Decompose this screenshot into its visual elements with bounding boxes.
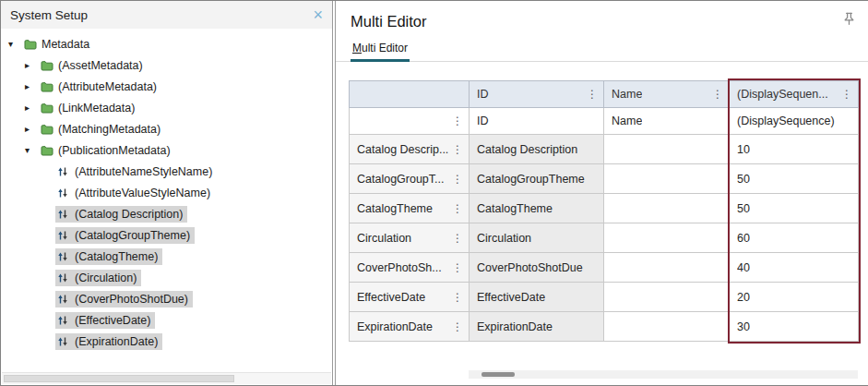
tree-selection-highlight: (CatalogGroupTheme) bbox=[55, 227, 195, 244]
row-header-cell[interactable]: ExpirationDate⋮ bbox=[350, 312, 470, 342]
display-sequence-cell[interactable]: 40 bbox=[730, 253, 859, 283]
name-cell[interactable] bbox=[604, 194, 730, 223]
tree-item-catalogtheme[interactable]: (CatalogTheme) bbox=[1, 246, 332, 267]
expand-arrow-icon[interactable]: ▸ bbox=[25, 60, 39, 70]
cell-menu-icon[interactable]: ⋮ bbox=[448, 115, 463, 127]
display-sequence-cell[interactable]: 50 bbox=[730, 164, 859, 194]
row-header-cell[interactable]: CoverPhotoSh...⋮ bbox=[350, 253, 470, 283]
tree-item-label: (MatchingMetadata) bbox=[58, 123, 161, 136]
cell-text: 50 bbox=[737, 173, 750, 186]
pin-icon[interactable] bbox=[842, 12, 856, 30]
id-cell[interactable]: Catalog Description bbox=[470, 135, 604, 164]
cell-menu-icon[interactable]: ⋮ bbox=[448, 292, 463, 303]
tree-item-cataloggrouptheme[interactable]: (CatalogGroupTheme) bbox=[1, 224, 332, 246]
name-cell[interactable] bbox=[604, 223, 730, 253]
tree-item-metadata[interactable]: ▾Metadata bbox=[1, 33, 332, 54]
panel-title: System Setup bbox=[10, 8, 88, 22]
grid-horizontal-scrollbar[interactable] bbox=[469, 370, 858, 379]
tree-item-content: (AttributeValueStyleName) bbox=[55, 185, 215, 201]
cell-text: 20 bbox=[737, 291, 750, 304]
table-row-circulation: Circulation⋮Circulation60 bbox=[350, 223, 859, 253]
grid-scrollbar-thumb[interactable] bbox=[482, 372, 515, 377]
cell-menu-icon[interactable]: ⋮ bbox=[448, 174, 463, 185]
display-sequence-cell[interactable]: 60 bbox=[730, 223, 859, 253]
expand-arrow-icon[interactable]: ▸ bbox=[25, 124, 39, 134]
close-icon[interactable]: × bbox=[311, 6, 325, 23]
tree-item-expirationdate[interactable]: (ExpirationDate) bbox=[1, 331, 332, 352]
tree-item-matchingmetadata[interactable]: ▸(MatchingMetadata) bbox=[1, 118, 332, 139]
table-row-effectivedate: EffectiveDate⋮EffectiveDate20 bbox=[350, 283, 859, 312]
cell-text: ExpirationDate bbox=[477, 320, 553, 333]
expand-arrow-icon[interactable]: ▸ bbox=[25, 81, 39, 91]
display-sequence-cell[interactable]: 30 bbox=[730, 312, 859, 342]
tree-item-attributemetadata[interactable]: ▸(AttributeMetadata) bbox=[1, 76, 332, 97]
tree-item-content: (PublicationMetadata) bbox=[39, 142, 175, 159]
tree-selection-highlight: (ExpirationDate) bbox=[55, 333, 162, 350]
id-cell[interactable]: CatalogTheme bbox=[470, 194, 604, 223]
tree-item-content: Metadata bbox=[22, 36, 94, 53]
cell-text: Catalog Description bbox=[477, 143, 577, 156]
cell-menu-icon[interactable]: ⋮ bbox=[448, 203, 463, 214]
row-header-cell[interactable]: Catalog Descrip...⋮ bbox=[350, 135, 470, 164]
tree-item-label: (CatalogGroupTheme) bbox=[75, 229, 190, 242]
tree-item-linkmetadata[interactable]: ▸(LinkMetadata) bbox=[1, 97, 332, 118]
tab-bar: Multi Editor bbox=[336, 39, 868, 62]
tab-label: Multi Editor bbox=[352, 42, 408, 54]
tree-item-coverphotoshotdue[interactable]: (CoverPhotoShotDue) bbox=[1, 288, 332, 309]
cell-menu-icon[interactable]: ⋮ bbox=[448, 321, 463, 332]
name-cell[interactable] bbox=[604, 164, 730, 194]
cell-text: ID bbox=[477, 115, 489, 127]
tree-scrollbar-thumb[interactable] bbox=[4, 375, 234, 382]
column-header-display-sequence[interactable]: (DisplaySequen...⋮ bbox=[730, 81, 859, 108]
tree-item-catalog-description[interactable]: (Catalog Description) bbox=[1, 203, 332, 224]
cell-menu-icon[interactable]: ⋮ bbox=[448, 262, 463, 273]
cell-menu-icon[interactable]: ⋮ bbox=[838, 89, 852, 100]
collapse-arrow-icon[interactable]: ▾ bbox=[25, 145, 39, 155]
tree-item-effectivedate[interactable]: (EffectiveDate) bbox=[1, 309, 332, 331]
id-cell[interactable]: EffectiveDate bbox=[470, 283, 604, 312]
column-header-id[interactable]: ID⋮ bbox=[470, 81, 604, 108]
display-sequence-cell[interactable]: 10 bbox=[730, 135, 859, 164]
id-cell[interactable]: CatalogGroupTheme bbox=[470, 164, 604, 194]
field-row-header-cell[interactable]: ⋮ bbox=[350, 108, 470, 135]
tree-item-assetmetadata[interactable]: ▸(AssetMetadata) bbox=[1, 54, 332, 76]
row-header-cell[interactable]: CatalogTheme⋮ bbox=[350, 194, 470, 223]
name-cell[interactable] bbox=[604, 283, 730, 312]
name-cell[interactable] bbox=[604, 312, 730, 342]
collapse-arrow-icon[interactable]: ▾ bbox=[8, 39, 22, 49]
column-header-name[interactable]: Name⋮ bbox=[604, 81, 730, 108]
row-header-cell[interactable]: CatalogGroupT...⋮ bbox=[350, 164, 470, 194]
field-name-name: Name bbox=[604, 108, 730, 135]
cell-text: CatalogTheme bbox=[477, 202, 553, 215]
tree-item-label: (ExpirationDate) bbox=[75, 335, 158, 348]
tab-multi-editor[interactable]: Multi Editor bbox=[351, 39, 410, 62]
cell-menu-icon[interactable]: ⋮ bbox=[448, 233, 463, 244]
display-sequence-cell[interactable]: 20 bbox=[730, 283, 859, 312]
cell-menu-icon[interactable]: ⋮ bbox=[708, 89, 723, 100]
folder-icon bbox=[24, 39, 37, 50]
folder-icon bbox=[41, 60, 54, 71]
row-header-cell[interactable]: EffectiveDate⋮ bbox=[350, 283, 470, 312]
tree-item-label: (AttributeMetadata) bbox=[58, 80, 157, 93]
id-cell[interactable]: ExpirationDate bbox=[470, 312, 604, 342]
cell-menu-icon[interactable]: ⋮ bbox=[583, 89, 598, 100]
tree-item-label: Metadata bbox=[42, 38, 89, 51]
name-cell[interactable] bbox=[604, 253, 730, 283]
folder-icon bbox=[41, 145, 54, 156]
tree-horizontal-scrollbar[interactable] bbox=[2, 372, 331, 384]
expand-arrow-icon[interactable]: ▸ bbox=[25, 103, 39, 113]
tree-item-attributenamestylename[interactable]: (AttributeNameStyleName) bbox=[1, 161, 332, 182]
table-row-cataloggrouptheme: CatalogGroupT...⋮CatalogGroupTheme50 bbox=[350, 164, 859, 194]
tree-item-circulation[interactable]: (Circulation) bbox=[1, 267, 332, 288]
page-title: Multi Editor bbox=[351, 13, 853, 30]
tree-item-attributevaluestylename[interactable]: (AttributeValueStyleName) bbox=[1, 182, 332, 203]
row-header-cell[interactable]: Circulation⋮ bbox=[350, 223, 470, 253]
tree-item-publicationmetadata[interactable]: ▾(PublicationMetadata) bbox=[1, 139, 332, 161]
display-sequence-cell[interactable]: 50 bbox=[730, 194, 859, 223]
name-cell[interactable] bbox=[604, 135, 730, 164]
field-name-display-sequence: (DisplaySequence) bbox=[730, 108, 859, 135]
cell-menu-icon[interactable]: ⋮ bbox=[448, 144, 463, 155]
id-cell[interactable]: CoverPhotoShotDue bbox=[470, 253, 604, 283]
id-cell[interactable]: Circulation bbox=[470, 223, 604, 253]
corner-header-cell bbox=[350, 81, 470, 108]
